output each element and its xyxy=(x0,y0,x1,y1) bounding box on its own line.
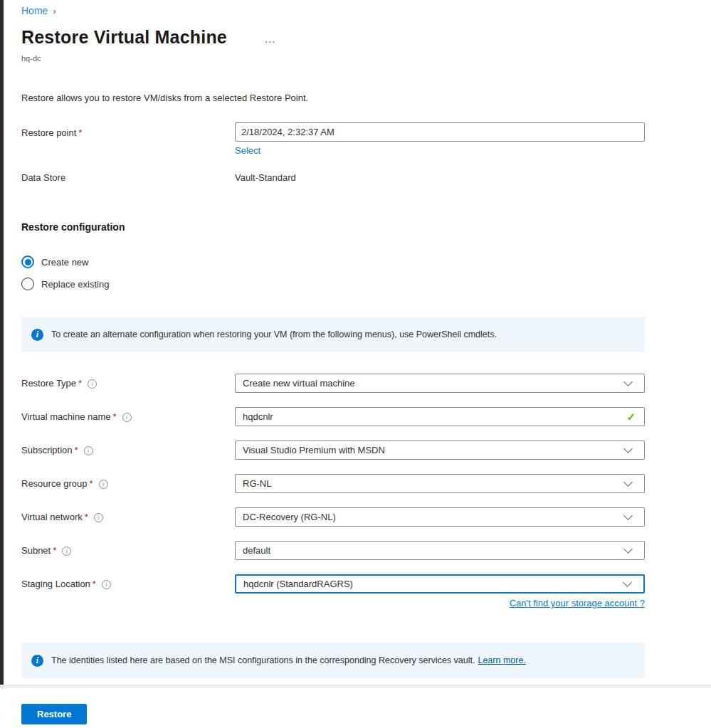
restore-point-select-link[interactable]: Select xyxy=(235,145,260,156)
chevron-down-icon xyxy=(623,544,633,554)
chevron-down-icon xyxy=(623,578,632,587)
page-title: Restore Virtual Machine xyxy=(21,27,227,48)
restore-type-value: Create new virtual machine xyxy=(243,378,625,389)
radio-selected-icon xyxy=(21,255,34,268)
subnet-label: Subnet*i xyxy=(21,541,235,556)
resource-group-label-text: Resource group xyxy=(21,478,88,489)
radio-replace-existing-label: Replace existing xyxy=(41,279,109,290)
staging-location-label-text: Staging Location xyxy=(21,579,90,589)
restore-type-select[interactable]: Create new virtual machine xyxy=(235,374,645,393)
more-options-icon[interactable]: ... xyxy=(265,33,276,45)
virtual-machine-name-value: hqdcnlr xyxy=(243,411,626,422)
staging-location-label: Staging Location*i xyxy=(21,574,235,589)
virtual-machine-name-label: Virtual machine name*i xyxy=(21,407,235,422)
identities-text: The identities listed here are based on … xyxy=(51,655,475,665)
info-icon: i xyxy=(31,655,43,667)
info-tooltip-icon[interactable]: i xyxy=(99,480,108,489)
breadcrumb-separator-icon: › xyxy=(53,6,56,16)
data-store-label: Data Store xyxy=(21,172,65,183)
restore-point-label: Restore point* xyxy=(21,127,82,138)
restore-point-input[interactable]: 2/18/2024, 2:32:37 AM xyxy=(235,122,645,142)
required-asterisk: * xyxy=(85,512,88,522)
required-asterisk: * xyxy=(78,378,82,389)
required-asterisk: * xyxy=(113,411,117,422)
required-asterisk: * xyxy=(93,579,96,589)
info-icon: i xyxy=(31,329,43,341)
staging-location-value: hqdcnlr (StandardRAGRS) xyxy=(243,579,624,589)
info-tooltip-icon[interactable]: i xyxy=(88,379,97,389)
restore-type-label: Restore Type*i xyxy=(21,374,235,389)
cant-find-storage-link[interactable]: Can't find your storage account ? xyxy=(510,598,645,608)
info-banner-identities: i The identities listed here are based o… xyxy=(21,643,645,678)
virtual-machine-name-input[interactable]: hqdcnlr✓ xyxy=(235,407,645,426)
info-banner-identities-text: The identities listed here are based on … xyxy=(51,655,526,665)
form-row-restore-type: Restore Type*iCreate new virtual machine xyxy=(21,374,645,407)
radio-create-new[interactable]: Create new xyxy=(21,254,88,270)
restore-button[interactable]: Restore xyxy=(21,704,87,724)
subscription-value: Visual Studio Premium with MSDN xyxy=(243,445,625,455)
form-rows: Restore Type*iCreate new virtual machine… xyxy=(21,374,645,608)
footer-divider xyxy=(0,685,711,688)
subscription-label: Subscription*i xyxy=(21,441,235,455)
chevron-down-icon xyxy=(623,377,633,386)
form-row-virtual-network: Virtual network*iDC-Recovery (RG-NL) xyxy=(21,507,645,541)
intro-text: Restore allows you to restore VM/disks f… xyxy=(21,93,308,103)
info-tooltip-icon[interactable]: i xyxy=(62,547,71,556)
info-tooltip-icon[interactable]: i xyxy=(122,413,132,422)
resource-group-value: RG-NL xyxy=(243,478,625,489)
subnet-label-text: Subnet xyxy=(21,545,51,556)
learn-more-link[interactable]: Learn more. xyxy=(478,655,525,665)
page-subtitle: hq-dc xyxy=(21,54,41,63)
info-tooltip-icon[interactable]: i xyxy=(102,580,111,589)
staging-location-select[interactable]: hqdcnlr (StandardRAGRS) xyxy=(235,574,645,594)
virtual-network-select[interactable]: DC-Recovery (RG-NL) xyxy=(235,507,645,527)
chevron-down-icon xyxy=(623,478,633,487)
radio-replace-existing[interactable]: Replace existing xyxy=(21,276,109,292)
chevron-down-icon xyxy=(623,444,633,453)
info-banner-powershell-text: To create an alternate configuration whe… xyxy=(51,329,497,339)
required-asterisk: * xyxy=(90,478,93,489)
resource-group-select[interactable]: RG-NL xyxy=(235,474,645,493)
radio-create-new-label: Create new xyxy=(41,257,88,268)
virtual-network-label-text: Virtual network xyxy=(21,512,83,522)
required-asterisk: * xyxy=(53,545,56,556)
data-store-value: Vault-Standard xyxy=(235,172,296,183)
valid-check-icon: ✓ xyxy=(626,411,636,423)
breadcrumb-home-link[interactable]: Home xyxy=(21,5,48,16)
required-asterisk: * xyxy=(75,445,78,455)
info-banner-powershell: i To create an alternate configuration w… xyxy=(21,317,645,352)
form-row-subnet: Subnet*idefault xyxy=(21,541,645,574)
virtual-network-value: DC-Recovery (RG-NL) xyxy=(243,512,625,522)
form-row-virtual-machine-name: Virtual machine name*ihqdcnlr✓ xyxy=(21,407,645,441)
subnet-value: default xyxy=(243,545,625,556)
restore-type-label-text: Restore Type xyxy=(21,378,76,389)
subscription-select[interactable]: Visual Studio Premium with MSDN xyxy=(235,441,645,460)
form-row-subscription: Subscription*iVisual Studio Premium with… xyxy=(21,441,645,474)
virtual-network-label: Virtual network*i xyxy=(21,507,235,522)
resource-group-label: Resource group*i xyxy=(21,474,235,489)
restore-point-label-text: Restore point xyxy=(21,127,76,138)
storage-link-row: Can't find your storage account ? xyxy=(235,598,645,608)
blade-left-edge xyxy=(0,0,4,685)
radio-unselected-icon xyxy=(21,278,34,290)
restore-configuration-heading: Restore configuration xyxy=(21,221,125,233)
subnet-select[interactable]: default xyxy=(235,541,645,560)
info-tooltip-icon[interactable]: i xyxy=(84,446,93,455)
breadcrumb: Home› xyxy=(21,5,56,16)
chevron-down-icon xyxy=(623,511,633,520)
subscription-label-text: Subscription xyxy=(21,445,73,455)
virtual-machine-name-label-text: Virtual machine name xyxy=(21,411,111,422)
required-asterisk: * xyxy=(78,127,82,138)
form-row-resource-group: Resource group*iRG-NL xyxy=(21,474,645,507)
info-tooltip-icon[interactable]: i xyxy=(94,513,103,522)
